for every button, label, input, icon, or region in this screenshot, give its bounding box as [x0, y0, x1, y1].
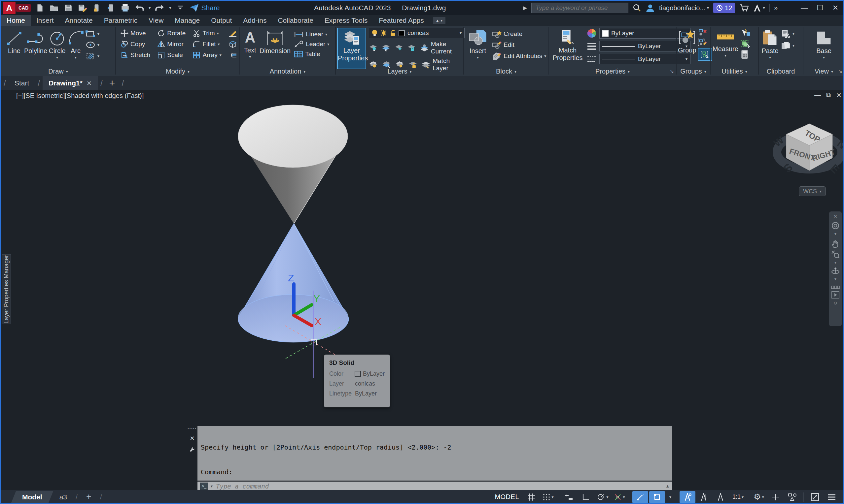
insert-dropdown-icon[interactable]: ▾ [477, 55, 479, 59]
dimension-button[interactable]: Dimension [260, 28, 291, 59]
viewport-close-icon[interactable]: ✕ [836, 91, 842, 99]
showmotion-play-icon[interactable] [831, 291, 839, 299]
tab-view[interactable]: View [143, 15, 169, 26]
command-wrench-icon[interactable] [189, 447, 195, 452]
layer-isolate-icon[interactable] [382, 44, 391, 52]
maximize-button[interactable]: ☐ [814, 4, 826, 12]
navbar-close-icon[interactable]: ✕ [833, 213, 838, 219]
insert-block-button[interactable]: Insert ▾ [468, 28, 488, 60]
notification-badge[interactable]: 12 [713, 3, 735, 13]
autodesk-app-menu[interactable]: ▾ [753, 4, 765, 12]
annotation-autoscale-toggle[interactable] [696, 491, 712, 503]
properties-launcher-icon[interactable]: ↘ [670, 68, 674, 74]
search-input[interactable] [535, 4, 625, 12]
tab-collaborate[interactable]: Collaborate [272, 15, 318, 26]
layout-tab-a3[interactable]: a3 [59, 493, 67, 501]
scale-button[interactable]: Scale [157, 51, 188, 59]
command-close-icon[interactable]: ✕ [190, 435, 194, 442]
viewcube[interactable]: W N S E TOP FRONT RIGHT [772, 124, 844, 176]
panel-label-properties[interactable]: Properties▾ [549, 68, 676, 75]
customization-gear-button[interactable]: ⚙▾ [751, 491, 767, 503]
edit-attributes-button[interactable]: Edit Attributes▾ [492, 52, 546, 60]
rotate-button[interactable]: Rotate [157, 29, 188, 37]
panel-label-annotation[interactable]: Annotation▾ [240, 68, 335, 75]
polar-tracking-toggle[interactable]: ▾ [595, 491, 610, 503]
layer-lock-icon[interactable] [407, 44, 416, 52]
panel-label-block[interactable]: Block▾ [464, 68, 549, 75]
search-icon[interactable] [633, 4, 641, 12]
status-menu-button[interactable] [824, 491, 840, 503]
arc-button[interactable]: Arc ▾ [67, 28, 84, 60]
annotation-scale-icon[interactable] [713, 491, 729, 503]
search-box[interactable] [531, 3, 628, 13]
arc-dropdown-icon[interactable]: ▾ [75, 55, 76, 59]
navbar-orbit-dropdown-icon[interactable]: ▾ [834, 277, 837, 281]
quick-calculator-icon[interactable] [740, 50, 749, 59]
tab-insert[interactable]: Insert [31, 15, 59, 26]
panel-label-utilities[interactable]: Utilities▾ [711, 68, 758, 75]
paste-dropdown-icon[interactable]: ▾ [769, 55, 771, 59]
tab-featured-apps[interactable]: Featured Apps [373, 15, 430, 26]
panel-label-layers[interactable]: Layers▾ [336, 68, 463, 75]
print-icon[interactable] [120, 2, 130, 14]
overflow-chevrons-icon[interactable]: » [774, 4, 778, 12]
erase-button[interactable] [228, 29, 239, 37]
select-similar-icon[interactable] [740, 39, 750, 48]
command-history[interactable]: Specify height or [2Point/Axis endpoint/… [197, 426, 672, 481]
group-edit-icon[interactable] [698, 38, 707, 46]
view-launcher-icon[interactable]: ↘ [838, 68, 842, 74]
wcs-menu[interactable]: WCS ▾ [799, 186, 826, 196]
undo-dropdown-icon[interactable]: ▾ [149, 6, 151, 10]
tab-add-ins[interactable]: Add-ins [237, 15, 272, 26]
search-expand-icon[interactable]: ▶ [523, 5, 527, 11]
polyline-button[interactable]: Polyline [24, 28, 47, 60]
command-input[interactable] [215, 482, 663, 490]
text-dropdown-icon[interactable]: ▾ [249, 55, 251, 59]
ribbon-collapse-button[interactable]: ▲▾ [433, 17, 445, 24]
table-button[interactable]: Table [294, 51, 329, 58]
close-button[interactable]: ✕ [830, 4, 841, 12]
edit-block-button[interactable]: Edit [492, 41, 546, 49]
ungroup-icon[interactable] [698, 29, 707, 37]
layer-properties-button[interactable]: Layer Properties [337, 28, 366, 69]
orbit-icon[interactable] [831, 267, 840, 275]
ortho-mode-toggle[interactable] [578, 491, 594, 503]
close-tab-icon[interactable]: ✕ [87, 79, 92, 87]
save-as-icon[interactable] [77, 2, 87, 14]
command-expand-icon[interactable]: ▲ [665, 484, 670, 488]
navbar-wheel-dropdown-icon[interactable]: ▾ [834, 232, 837, 236]
layer-freeze-icon[interactable] [395, 44, 403, 52]
crosshair-size-button[interactable] [768, 491, 783, 503]
open-from-web-icon[interactable] [92, 2, 102, 14]
array-button[interactable]: Array▾ [192, 51, 224, 59]
tab-output[interactable]: Output [205, 15, 237, 26]
new-tab-button[interactable]: + [105, 76, 119, 90]
panel-label-clipboard[interactable]: Clipboard [759, 68, 803, 75]
layer-dropdown[interactable]: conicas ▾ [369, 28, 465, 38]
make-current-button[interactable]: Make Current [420, 40, 465, 55]
explode-button[interactable] [228, 40, 239, 48]
leader-button[interactable]: Leader▾ [294, 40, 329, 48]
copy-button[interactable]: Copy [121, 40, 153, 48]
snap-mode-toggle[interactable]: ▾ [540, 491, 556, 503]
grid-display-toggle[interactable] [523, 491, 539, 503]
annotation-scale-value[interactable]: 1:1▾ [730, 491, 746, 503]
top-cone[interactable] [238, 105, 348, 223]
paste-button[interactable]: Paste ▾ [761, 28, 779, 59]
measure-dropdown-icon[interactable]: ▾ [724, 53, 726, 57]
viewport-controls[interactable]: [−][SE Isometric][Shaded with edges (Fas… [16, 92, 144, 100]
object-snap-dropdown-icon[interactable]: ▾ [666, 491, 675, 503]
tab-express-tools[interactable]: Express Tools [319, 15, 373, 26]
tab-manage[interactable]: Manage [169, 15, 205, 26]
share-button[interactable]: Share [190, 4, 220, 12]
command-drag-handle[interactable]: ••••• [188, 427, 197, 430]
text-button[interactable]: A Text ▾ [244, 28, 256, 59]
linear-button[interactable]: Linear▾ [294, 31, 329, 38]
offset-button[interactable] [228, 52, 239, 59]
circle-button[interactable]: Circle ▾ [49, 28, 66, 60]
showmotion-frames-icon[interactable] [831, 285, 840, 289]
panel-label-modify[interactable]: Modify▾ [116, 68, 239, 75]
viewport-maximize-icon[interactable]: ⧉ [826, 91, 831, 99]
object-snap-tracking-toggle[interactable]: ▾ [612, 491, 627, 503]
command-recent-dropdown-icon[interactable]: ▾ [211, 484, 213, 488]
